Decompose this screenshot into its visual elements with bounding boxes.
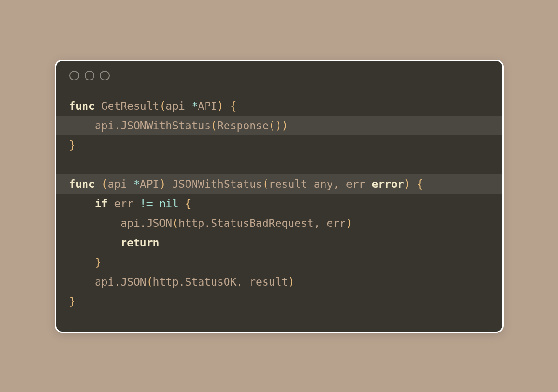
indent	[69, 198, 95, 210]
space	[224, 100, 230, 112]
pointer-star: *	[133, 178, 140, 190]
call-args: http.StatusBadRequest, err	[179, 217, 346, 229]
space	[411, 178, 417, 190]
method-call: api.JSON	[95, 276, 146, 288]
code-line-highlighted: api.JSONWithStatus(Response())	[56, 116, 502, 135]
pointer-star: *	[192, 100, 198, 112]
keyword-func: func	[69, 178, 95, 190]
traffic-light-close-icon[interactable]	[69, 71, 79, 80]
code-line: api.JSON(http.StatusOK, result)	[56, 272, 502, 292]
paren-close: )	[282, 120, 288, 132]
operator-neq: !=	[140, 198, 153, 210]
func-name: GetResult	[95, 100, 159, 112]
indent	[69, 217, 121, 229]
space	[166, 178, 172, 190]
call-args: http.StatusOK, result	[153, 276, 288, 288]
paren-open: (	[262, 178, 269, 190]
param-name: api	[166, 100, 191, 112]
keyword-if: if	[95, 198, 108, 210]
param-list: result any, err	[269, 178, 372, 190]
brace-open: {	[417, 178, 423, 190]
keyword-func: func	[69, 100, 95, 112]
space	[108, 198, 114, 210]
type-name: API	[140, 178, 159, 190]
space	[179, 198, 185, 210]
brace-open: {	[230, 100, 237, 112]
code-line: func GetResult(api *API) {	[56, 96, 502, 116]
traffic-light-zoom-icon[interactable]	[100, 71, 110, 80]
paren-open: (	[211, 120, 217, 132]
paren-open: (	[159, 100, 166, 112]
indent	[69, 237, 121, 249]
paren-close: )	[159, 178, 166, 190]
method-call: api.JSON	[120, 217, 172, 229]
brace-open: {	[185, 198, 192, 210]
code-line: }	[56, 135, 502, 155]
paren-close: )	[346, 217, 352, 229]
paren-close: )	[404, 178, 411, 190]
brace-close: }	[69, 295, 76, 307]
method-call: api.JSONWithStatus	[95, 120, 211, 132]
paren-close: )	[288, 276, 294, 288]
paren-open: (	[146, 276, 153, 288]
code-line: api.JSON(http.StatusBadRequest, err)	[56, 213, 502, 233]
paren-close: )	[275, 120, 282, 132]
code-line: if err != nil {	[56, 194, 502, 213]
receiver-name: api	[108, 178, 133, 190]
code-editor[interactable]: func GetResult(api *API) { api.JSONWithS…	[56, 91, 502, 332]
indent	[69, 276, 95, 288]
indent	[69, 120, 95, 132]
space	[95, 178, 101, 190]
var-name: err	[114, 198, 140, 210]
code-window: func GetResult(api *API) { api.JSONWithS…	[55, 60, 504, 333]
code-line: }	[56, 252, 502, 272]
paren-close: )	[217, 100, 224, 112]
inner-call: Response	[217, 120, 269, 132]
paren-open: (	[269, 120, 275, 132]
brace-close: }	[95, 256, 101, 268]
window-titlebar	[56, 61, 502, 91]
type-name: API	[198, 100, 217, 112]
keyword-nil: nil	[159, 198, 179, 210]
indent	[69, 256, 95, 268]
brace-close: }	[69, 139, 76, 151]
traffic-light-minimize-icon[interactable]	[85, 71, 94, 80]
code-line-blank	[56, 155, 502, 174]
space	[153, 198, 159, 210]
code-line: return	[56, 233, 502, 252]
func-name: JSONWithStatus	[172, 178, 262, 190]
keyword-return: return	[120, 237, 159, 249]
type-error: error	[372, 178, 404, 190]
code-line: }	[56, 292, 502, 311]
paren-open: (	[172, 217, 179, 229]
code-line-highlighted: func (api *API) JSONWithStatus(result an…	[56, 174, 502, 194]
paren-open: (	[101, 178, 108, 190]
